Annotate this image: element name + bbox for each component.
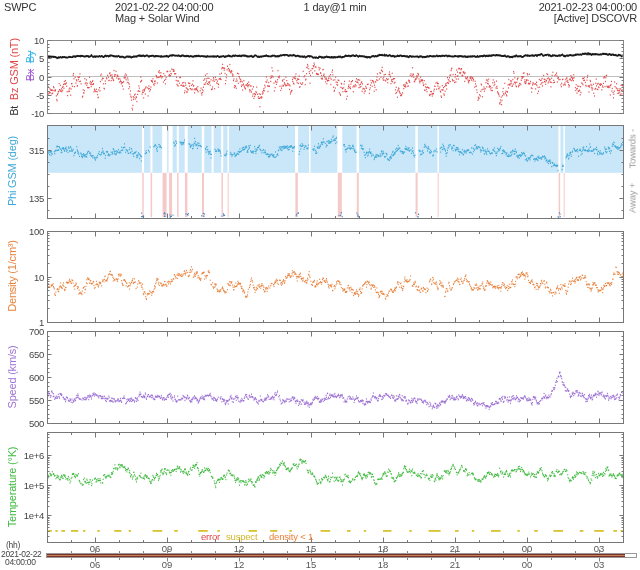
- y-tick-label-speed: 650: [10, 349, 44, 360]
- x-hour-label-bottom: 00: [515, 559, 539, 570]
- plot-canvas: [0, 0, 640, 570]
- x-hour-label-top: 15: [299, 543, 323, 554]
- y-tick-label-density: 100: [10, 226, 44, 237]
- x-hour-label-bottom: 18: [371, 559, 395, 570]
- axis-time-label: 04:00:00: [5, 558, 36, 566]
- y-tick-label-speed: 700: [10, 326, 44, 337]
- y-tick-label-speed: 550: [10, 395, 44, 406]
- y-tick-label-temp: 1e+5: [10, 480, 44, 491]
- y-tick-label-phi: 135: [10, 193, 44, 204]
- x-hour-label-top: 06: [83, 543, 107, 554]
- y-tick-label-density: 10: [10, 272, 44, 283]
- y-tick-label-speed: 500: [10, 418, 44, 429]
- spacer: [8, 100, 20, 106]
- plot-subtitle: Mag + Solar Wind: [115, 12, 200, 24]
- legend-suspect: suspect: [226, 531, 257, 542]
- product-logo: SWPC: [4, 1, 36, 13]
- x-hour-label-bottom: 21: [443, 559, 467, 570]
- x-hour-label-bottom: 15: [299, 559, 323, 570]
- y-tick-label-mag: 10: [10, 35, 44, 46]
- x-hour-label-top: 18: [371, 543, 395, 554]
- x-hour-label-top: 00: [515, 543, 539, 554]
- x-hour-label-bottom: 09: [155, 559, 179, 570]
- x-hour-label-top: 09: [155, 543, 179, 554]
- x-hour-label-bottom: 06: [83, 559, 107, 570]
- coverage-bar: [46, 553, 637, 558]
- x-hour-label-bottom: 03: [587, 559, 611, 570]
- hh-unit-label: (hh): [6, 541, 20, 549]
- y-tick-label-temp: 1e+4: [10, 510, 44, 521]
- y-tick-label-mag: 0: [10, 72, 44, 83]
- y-tick-label-speed: 600: [10, 372, 44, 383]
- y-tick-label-mag: -10: [10, 108, 44, 119]
- y-tick-label-mag: -5: [10, 90, 44, 101]
- legend-density-lt-1: density < 1: [269, 531, 313, 542]
- x-hour-label-bottom: 12: [227, 559, 251, 570]
- swpc-dscovr-plot: SWPC 2021-02-22 04:00:00 1 day@1 min 202…: [0, 0, 640, 570]
- source-status: [Active] DSCOVR: [554, 12, 637, 24]
- y-tick-label-mag: 5: [10, 53, 44, 64]
- away-towards-label: Away + Towards -: [627, 129, 638, 213]
- x-hour-label-top: 21: [443, 543, 467, 554]
- coverage-bar-fill: [47, 554, 625, 557]
- x-hour-label-top: 03: [587, 543, 611, 554]
- legend-error: error: [201, 531, 220, 542]
- y-tick-label-phi: 315: [10, 145, 44, 156]
- y-tick-label-temp: 1e+6: [10, 450, 44, 461]
- x-hour-label-top: 12: [227, 543, 251, 554]
